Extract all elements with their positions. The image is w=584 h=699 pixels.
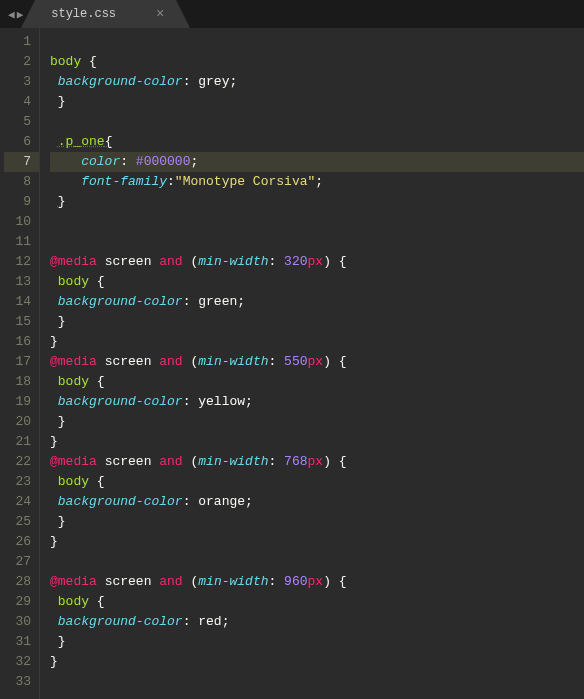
gutter: 1234567891011121314151617181920212223242… — [0, 28, 40, 699]
code-line[interactable]: body { — [50, 372, 584, 392]
code-line[interactable]: } — [50, 632, 584, 652]
line-number[interactable]: 13 — [4, 272, 31, 292]
code-line[interactable] — [50, 212, 584, 232]
tab-stylecss[interactable]: style.css × — [35, 0, 176, 28]
code-line[interactable] — [50, 232, 584, 252]
code-line[interactable]: .p_one{ — [50, 132, 584, 152]
code-line[interactable] — [50, 552, 584, 572]
code-line[interactable]: background-color: green; — [50, 292, 584, 312]
code-line[interactable]: } — [50, 512, 584, 532]
code-line[interactable] — [50, 32, 584, 52]
code-line[interactable]: } — [50, 432, 584, 452]
line-number[interactable]: 21 — [4, 432, 31, 452]
line-number[interactable]: 15 — [4, 312, 31, 332]
editor: 1234567891011121314151617181920212223242… — [0, 28, 584, 699]
line-number[interactable]: 30 — [4, 612, 31, 632]
line-number[interactable]: 4 — [4, 92, 31, 112]
code-line[interactable]: background-color: grey; — [50, 72, 584, 92]
code-line[interactable]: @media screen and (min-width: 320px) { — [50, 252, 584, 272]
line-number[interactable]: 24 — [4, 492, 31, 512]
line-number[interactable]: 8 — [4, 172, 31, 192]
line-number[interactable]: 5 — [4, 112, 31, 132]
code-line[interactable]: body { — [50, 52, 584, 72]
line-number[interactable]: 19 — [4, 392, 31, 412]
code-line[interactable]: } — [50, 412, 584, 432]
line-number[interactable]: 22 — [4, 452, 31, 472]
line-number[interactable]: 7 — [4, 152, 39, 172]
line-number[interactable]: 11 — [4, 232, 31, 252]
code-line[interactable]: } — [50, 192, 584, 212]
line-number[interactable]: 31 — [4, 632, 31, 652]
code-line[interactable]: @media screen and (min-width: 550px) { — [50, 352, 584, 372]
code-line[interactable] — [50, 112, 584, 132]
close-icon[interactable]: × — [156, 6, 164, 22]
code-line[interactable]: font-family:"Monotype Corsiva"; — [50, 172, 584, 192]
code-line[interactable]: @media screen and (min-width: 960px) { — [50, 572, 584, 592]
tab-filename: style.css — [51, 7, 116, 21]
code-line[interactable]: body { — [50, 472, 584, 492]
line-number[interactable]: 3 — [4, 72, 31, 92]
nav-back-icon[interactable]: ◀ — [8, 8, 15, 21]
line-number[interactable]: 28 — [4, 572, 31, 592]
code-line[interactable]: background-color: red; — [50, 612, 584, 632]
titlebar: ◀ ▶ style.css × — [0, 0, 584, 28]
code-line[interactable]: } — [50, 312, 584, 332]
line-number[interactable]: 23 — [4, 472, 31, 492]
code-line[interactable] — [50, 672, 584, 692]
line-number[interactable]: 32 — [4, 652, 31, 672]
code-line[interactable]: } — [50, 332, 584, 352]
code-line[interactable]: body { — [50, 272, 584, 292]
code-line[interactable]: color: #000000; — [50, 152, 584, 172]
line-number[interactable]: 26 — [4, 532, 31, 552]
code-line[interactable]: } — [50, 652, 584, 672]
line-number[interactable]: 10 — [4, 212, 31, 232]
line-number[interactable]: 18 — [4, 372, 31, 392]
line-number[interactable]: 9 — [4, 192, 31, 212]
line-number[interactable]: 29 — [4, 592, 31, 612]
code-line[interactable]: @media screen and (min-width: 768px) { — [50, 452, 584, 472]
line-number[interactable]: 20 — [4, 412, 31, 432]
code-line[interactable]: background-color: orange; — [50, 492, 584, 512]
code-line[interactable]: body { — [50, 592, 584, 612]
line-number[interactable]: 27 — [4, 552, 31, 572]
code-line[interactable]: background-color: yellow; — [50, 392, 584, 412]
line-number[interactable]: 12 — [4, 252, 31, 272]
line-number[interactable]: 6 — [4, 132, 31, 152]
line-number[interactable]: 17 — [4, 352, 31, 372]
code-area[interactable]: body { background-color: grey; } .p_one{… — [40, 28, 584, 699]
line-number[interactable]: 33 — [4, 672, 31, 692]
line-number[interactable]: 2 — [4, 52, 31, 72]
line-number[interactable]: 1 — [4, 32, 31, 52]
code-line[interactable]: } — [50, 92, 584, 112]
line-number[interactable]: 25 — [4, 512, 31, 532]
line-number[interactable]: 16 — [4, 332, 31, 352]
code-line[interactable]: } — [50, 532, 584, 552]
line-number[interactable]: 14 — [4, 292, 31, 312]
